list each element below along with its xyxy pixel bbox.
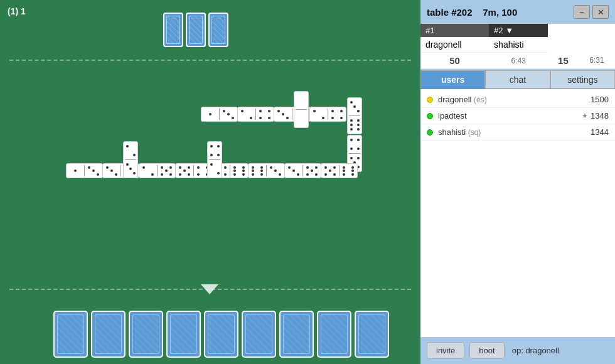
- player2-time: 6:31: [579, 53, 615, 69]
- player-card[interactable]: [242, 311, 276, 358]
- domino-tile[interactable]: [347, 97, 362, 134]
- tab-chat[interactable]: chat: [485, 70, 550, 88]
- minimize-button[interactable]: −: [574, 5, 590, 19]
- opponent-card: [186, 13, 206, 47]
- domino-tile[interactable]: [207, 141, 222, 178]
- domino-tile[interactable]: [201, 107, 238, 122]
- player-card[interactable]: [204, 311, 238, 358]
- player1-score: 50: [420, 53, 489, 69]
- opponent-card: [163, 13, 183, 47]
- domino-tile[interactable]: [139, 163, 176, 178]
- game-title: (1) 1: [8, 6, 26, 16]
- user-row-dragonell: dragonell (es) 1500: [420, 92, 615, 108]
- invite-button[interactable]: invite: [427, 342, 464, 359]
- score-table: #1 #2 ▼ dragonell shahisti 50 6:43 15 6:…: [420, 24, 615, 69]
- domino-tile[interactable]: [237, 107, 274, 122]
- user-score: ★ 1348: [582, 111, 609, 120]
- player-card[interactable]: [355, 311, 389, 358]
- player1-name: dragonell: [420, 37, 489, 53]
- user-status-dot: [427, 113, 433, 119]
- domino-tile[interactable]: [123, 141, 138, 178]
- player1-time: 6:43: [489, 53, 548, 69]
- user-row-shahisti: shahisti (sq) 1344: [420, 124, 615, 141]
- tab-users[interactable]: users: [420, 70, 485, 88]
- tabs: users chat settings: [420, 70, 615, 89]
- domino-tile[interactable]: [66, 163, 103, 178]
- player2-score: 15: [548, 53, 578, 69]
- panel-header: table #202 7m, 100 − ✕: [420, 0, 615, 24]
- user-score: 1344: [591, 127, 609, 137]
- boot-button[interactable]: boot: [469, 342, 504, 359]
- player-hand: [53, 311, 389, 358]
- player-card[interactable]: [317, 311, 351, 358]
- down-arrow-indicator: [201, 284, 218, 294]
- tab-settings[interactable]: settings: [550, 70, 615, 88]
- user-name: dragonell (es): [438, 95, 591, 104]
- header-buttons: − ✕: [574, 5, 609, 19]
- right-panel: table #202 7m, 100 − ✕ #1 #2 ▼ dragonell…: [420, 0, 615, 364]
- user-name: ipadtest: [438, 111, 582, 120]
- dashed-line-top: [9, 60, 411, 61]
- domino-tile[interactable]: [248, 163, 285, 178]
- user-row-ipadtest: ipadtest ★ 1348: [420, 108, 615, 124]
- action-bar: invite boot op: dragonell: [420, 337, 615, 364]
- user-status-dot: [427, 97, 433, 103]
- domino-play-area: [63, 72, 414, 286]
- user-score: 1500: [591, 95, 609, 104]
- domino-tile[interactable]: [321, 163, 358, 178]
- op-label: op: dragonell: [512, 346, 559, 355]
- domino-tile[interactable]: [309, 107, 346, 122]
- star-icon: ★: [582, 112, 588, 120]
- player2-name: shahisti: [489, 37, 548, 53]
- player-card[interactable]: [129, 311, 163, 358]
- opponent-card: [208, 13, 228, 47]
- player-card[interactable]: [166, 311, 201, 358]
- close-button[interactable]: ✕: [592, 5, 609, 19]
- player2-header: #2 ▼: [489, 24, 548, 37]
- domino-tile[interactable]: [284, 163, 321, 178]
- users-list: dragonell (es) 1500 ipadtest ★ 1348 shah…: [420, 89, 615, 337]
- player1-header: #1: [420, 24, 489, 37]
- player-card[interactable]: [53, 311, 88, 358]
- domino-tile[interactable]: [294, 91, 309, 128]
- player-card[interactable]: [279, 311, 314, 358]
- player-card[interactable]: [91, 311, 126, 358]
- opponent-hand: [163, 13, 228, 47]
- user-name: shahisti (sq): [438, 127, 591, 137]
- game-area: (1) 1: [0, 0, 420, 364]
- table-info: table #202 7m, 100: [427, 7, 517, 18]
- user-status-dot: [427, 129, 433, 136]
